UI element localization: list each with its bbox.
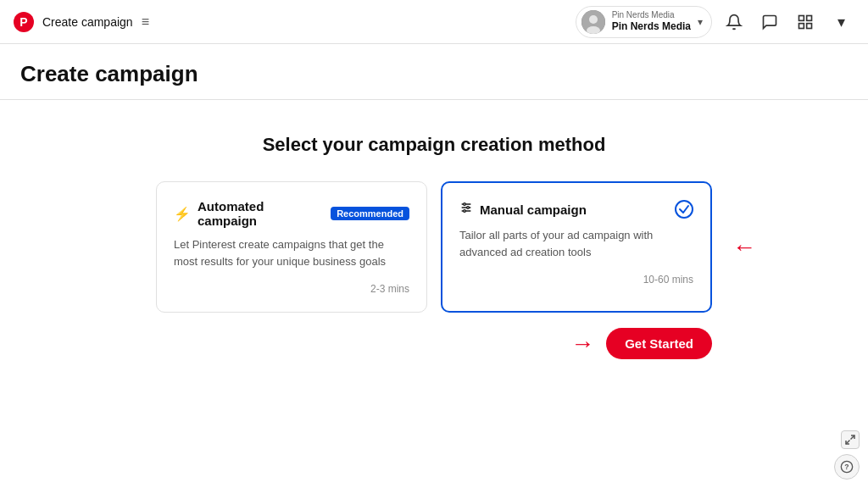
- bottom-right-controls: ?: [834, 430, 860, 480]
- nav-right: Pin Nerds Media Pin Nerds Media ▾: [576, 6, 854, 38]
- automated-time: 2-3 mins: [174, 283, 409, 295]
- svg-rect-6: [807, 23, 812, 28]
- nav-left: P Create campaign ≡: [14, 12, 149, 32]
- manual-description: Tailor all parts of your ad campaign wit…: [459, 227, 693, 260]
- svg-point-11: [467, 207, 470, 209]
- avatar-image: [581, 10, 605, 34]
- sliders-icon: [459, 201, 473, 218]
- svg-point-1: [589, 15, 598, 24]
- action-row: → Get Started: [156, 328, 712, 359]
- top-nav: P Create campaign ≡ Pin Nerds Media Pin …: [0, 0, 868, 44]
- notifications-button[interactable]: [721, 8, 748, 36]
- grid-icon: [797, 14, 814, 30]
- bolt-icon: ⚡: [174, 206, 191, 222]
- automated-title: Automated campaign: [198, 199, 324, 228]
- page-title: Create campaign: [20, 61, 848, 87]
- apps-button[interactable]: [792, 8, 819, 36]
- card-title-row: ⚡ Automated campaign Recommended: [174, 199, 409, 228]
- svg-text:?: ?: [844, 463, 849, 471]
- bell-icon: [726, 14, 743, 30]
- card-header-manual: Manual campaign: [459, 200, 693, 219]
- automated-description: Let Pinterest create campaigns that get …: [174, 236, 409, 269]
- nav-title: Create campaign: [42, 15, 133, 29]
- messages-button[interactable]: [756, 8, 783, 36]
- avatar: [581, 10, 605, 34]
- manual-time: 10-60 mins: [459, 274, 693, 286]
- svg-rect-3: [799, 15, 804, 20]
- svg-point-12: [464, 210, 466, 213]
- annotation-arrow-button: →: [570, 332, 594, 356]
- chevron-down-icon: ▾: [837, 13, 845, 31]
- svg-point-10: [464, 203, 466, 206]
- get-started-button[interactable]: Get Started: [606, 328, 712, 359]
- page-header: Create campaign: [0, 44, 868, 100]
- more-button[interactable]: ▾: [827, 8, 854, 36]
- account-info: Pin Nerds Media Pin Nerds Media: [612, 10, 691, 32]
- expand-icon[interactable]: [841, 430, 860, 449]
- campaign-cards-row: ⚡ Automated campaign Recommended Let Pin…: [156, 181, 712, 313]
- manual-title: Manual campaign: [480, 202, 587, 217]
- section-title: Select your campaign creation method: [263, 134, 606, 156]
- selected-checkmark: [675, 200, 693, 219]
- svg-rect-4: [807, 15, 812, 20]
- automated-campaign-card[interactable]: ⚡ Automated campaign Recommended Let Pin…: [156, 181, 427, 313]
- chat-icon: [761, 14, 778, 30]
- pinterest-logo: P: [14, 12, 34, 32]
- account-selector[interactable]: Pin Nerds Media Pin Nerds Media ▾: [576, 6, 712, 38]
- card-title-row-manual: Manual campaign: [459, 201, 587, 218]
- svg-rect-5: [799, 23, 804, 28]
- account-name: Pin Nerds Media: [612, 20, 691, 32]
- help-button[interactable]: ?: [834, 454, 860, 480]
- annotation-arrow-card: ←: [732, 236, 756, 259]
- main-content: Select your campaign creation method ⚡ A…: [0, 100, 868, 359]
- chevron-down-icon: ▾: [698, 16, 703, 28]
- hamburger-icon[interactable]: ≡: [142, 14, 149, 30]
- manual-campaign-card[interactable]: Manual campaign Tailor all parts of your…: [441, 181, 712, 313]
- recommended-badge: Recommended: [331, 207, 409, 220]
- account-sub-label: Pin Nerds Media: [612, 10, 691, 20]
- card-header-automated: ⚡ Automated campaign Recommended: [174, 199, 409, 228]
